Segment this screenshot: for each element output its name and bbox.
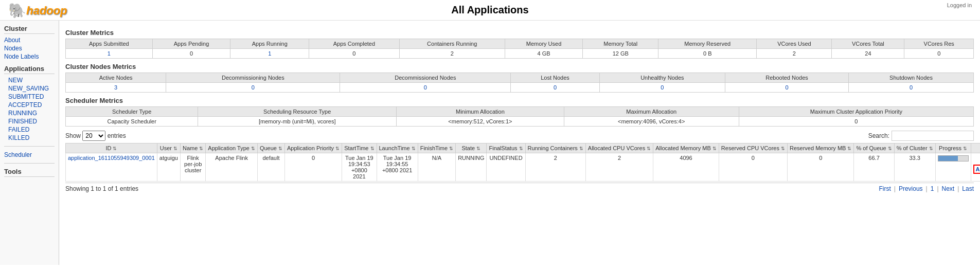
col-apps-completed: Apps Completed (309, 39, 400, 49)
th-pct-cluster[interactable]: % of Cluster ⇅ (894, 143, 935, 153)
th-tracking-ui[interactable]: Tracking UI ⇅ (971, 143, 980, 153)
th-name[interactable]: Name ⇅ (180, 143, 205, 153)
val-containers-running: 2 (399, 49, 505, 59)
th-running-containers[interactable]: Running Containers ⇅ (525, 143, 585, 153)
sidebar-link-failed[interactable]: FAILED (8, 125, 55, 134)
val-active-nodes: 3 (66, 83, 166, 93)
start-time-sort-icon: ⇅ (370, 146, 375, 151)
val-unhealthy-nodes: 0 (599, 83, 725, 93)
search-input[interactable] (892, 131, 974, 141)
sidebar-link-about[interactable]: About (4, 36, 55, 44)
th-state[interactable]: State ⇅ (456, 143, 487, 153)
val-vcores-total: 24 (832, 49, 904, 59)
th-final-status[interactable]: FinalStatus ⇅ (487, 143, 525, 153)
col-scheduler-type: Scheduler Type (66, 107, 198, 117)
logo-area: 🐘 hadoop (8, 2, 67, 19)
th-reserved-mem[interactable]: Reserved Memory MB ⇅ (788, 143, 854, 153)
val-max-cluster-priority: 0 (739, 117, 973, 127)
col-memory-total: Memory Total (583, 39, 658, 49)
col-shutdown-nodes: Shutdown Nodes (849, 73, 974, 83)
sidebar-link-submitted[interactable]: SUBMITTED (8, 93, 55, 101)
header: 🐘 hadoop All Applications Logged in (0, 0, 980, 21)
logged-in-text: Logged in (947, 2, 972, 8)
col-minimum-allocation: Minimum Allocation (397, 107, 564, 117)
th-finish-time[interactable]: FinishTime ⇅ (418, 143, 455, 153)
pagination-first[interactable]: First (879, 185, 890, 192)
cell-running-containers: 2 (525, 153, 585, 182)
col-active-nodes: Active Nodes (66, 73, 166, 83)
th-progress[interactable]: Progress ⇅ (935, 143, 971, 153)
tools-section-title: Tools (4, 168, 55, 177)
sidebar-link-finished[interactable]: FINISHED (8, 117, 55, 125)
app-priority-sort-icon: ⇅ (335, 146, 340, 151)
col-lost-nodes: Lost Nodes (511, 73, 599, 83)
content-area: Cluster Metrics Apps Submitted Apps Pend… (59, 21, 980, 265)
scheduler-metrics-title: Scheduler Metrics (65, 97, 974, 104)
th-alloc-cpu[interactable]: Allocated CPU VCores ⇅ (585, 143, 653, 153)
th-launch-time[interactable]: LaunchTime ⇅ (377, 143, 418, 153)
th-reserved-cpu[interactable]: Reserved CPU VCores ⇅ (719, 143, 787, 153)
sidebar-link-killed[interactable]: KILLED (8, 134, 55, 142)
col-vcores-res: VCores Res (904, 39, 974, 49)
cluster-metrics-title: Cluster Metrics (65, 29, 974, 37)
tracking-ui-link[interactable]: ApplicationMaster (973, 165, 980, 174)
cluster-nodes-table: Active Nodes Decommissioning Nodes Decom… (65, 73, 974, 93)
th-app-priority[interactable]: Application Priority ⇅ (285, 143, 342, 153)
cluster-section-title: Cluster (4, 25, 55, 34)
sidebar-link-accepted[interactable]: ACCEPTED (8, 101, 55, 109)
th-app-type[interactable]: Application Type ⇅ (206, 143, 258, 153)
th-alloc-mem[interactable]: Allocated Memory MB ⇅ (653, 143, 719, 153)
cell-progress (935, 153, 971, 182)
sidebar-link-scheduler[interactable]: Scheduler (4, 151, 55, 159)
pagination-sep-3: | (937, 185, 938, 192)
th-user[interactable]: User ⇅ (157, 143, 180, 153)
col-containers-running: Containers Running (399, 39, 505, 49)
col-decommissioning-nodes: Decommissioning Nodes (166, 73, 340, 83)
pagination-last[interactable]: Last (962, 185, 974, 192)
sidebar-link-node-labels[interactable]: Node Labels (4, 52, 55, 61)
val-decommissioned-nodes: 0 (340, 83, 511, 93)
th-start-time[interactable]: StartTime ⇅ (342, 143, 377, 153)
cluster-nodes-metrics-title: Cluster Nodes Metrics (65, 63, 974, 70)
progress-bar-fill (938, 156, 958, 161)
th-id[interactable]: ID ⇅ (66, 143, 157, 153)
show-entries-control: Show 20 50 100 entries (65, 131, 126, 141)
cell-alloc-mem: 4096 (653, 153, 719, 182)
col-decommissioned-nodes: Decommissioned Nodes (340, 73, 511, 83)
val-max-allocation: <memory:4096, vCores:4> (564, 117, 739, 127)
final-status-sort-icon: ⇅ (519, 146, 523, 151)
launch-time-sort-icon: ⇅ (412, 146, 416, 151)
pagination-page-1[interactable]: 1 (931, 185, 934, 192)
th-queue[interactable]: Queue ⇅ (257, 143, 284, 153)
user-sort-icon: ⇅ (173, 146, 177, 151)
running-containers-sort-icon: ⇅ (579, 146, 583, 151)
th-pct-queue[interactable]: % of Queue ⇅ (854, 143, 894, 153)
val-apps-completed: 0 (309, 49, 400, 59)
sidebar-link-new[interactable]: NEW (8, 76, 55, 84)
pct-queue-sort-icon: ⇅ (888, 146, 892, 151)
id-sort-icon: ⇅ (113, 146, 117, 151)
cell-queue: default (257, 153, 284, 182)
show-label: Show (65, 132, 82, 139)
scheduler-metrics-row: Capacity Scheduler [memory-mb (unit=Mi),… (66, 117, 974, 127)
name-sort-icon: ⇅ (199, 146, 203, 151)
search-label: Search: (868, 132, 889, 139)
col-apps-submitted: Apps Submitted (66, 39, 153, 49)
sidebar-link-nodes[interactable]: Nodes (4, 44, 55, 52)
sidebar-link-running[interactable]: RUNNING (8, 109, 55, 117)
pagination-previous[interactable]: Previous (899, 185, 923, 192)
cell-reserved-cpu: 0 (719, 153, 787, 182)
col-vcores-used: VCores Used (757, 39, 832, 49)
pagination-links: First | Previous | 1 | Next | Last (879, 185, 974, 192)
val-memory-reserved: 0 B (658, 49, 757, 59)
cell-finish-time: N/A (418, 153, 455, 182)
main-layout: Cluster About Nodes Node Labels Applicat… (0, 21, 980, 265)
cluster-metrics-row: 1 0 1 0 2 4 GB 12 GB 0 B 2 24 0 (66, 49, 974, 59)
show-entries-select[interactable]: 20 50 100 (82, 131, 105, 141)
app-links-container: NEW NEW_SAVING SUBMITTED ACCEPTED RUNNIN… (4, 76, 55, 142)
sidebar-link-new-saving[interactable]: NEW_SAVING (8, 84, 55, 93)
queue-sort-icon: ⇅ (278, 146, 282, 151)
col-memory-used: Memory Used (505, 39, 583, 49)
app-id-link[interactable]: application_1611055949309_0001 (68, 155, 155, 161)
pagination-next[interactable]: Next (942, 185, 955, 192)
